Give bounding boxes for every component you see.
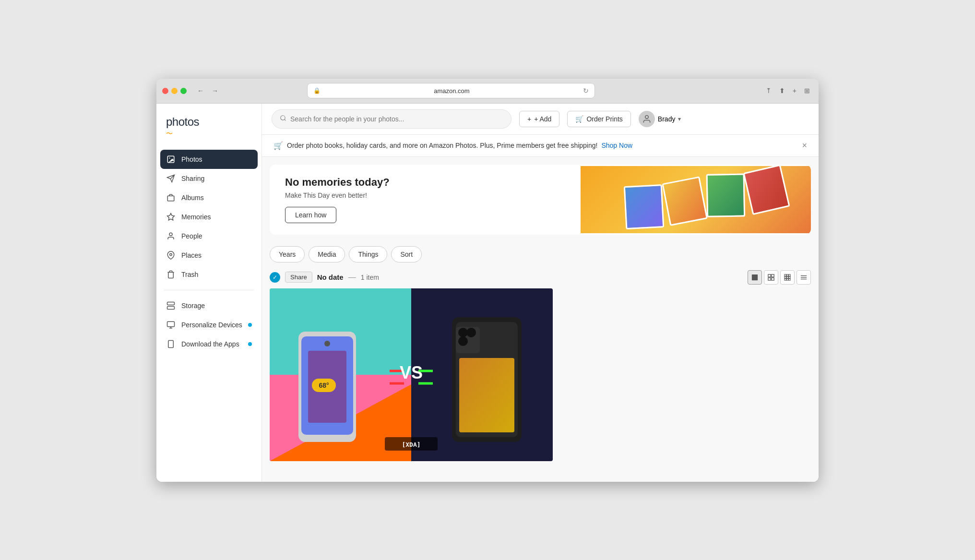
view-small-button[interactable]: [780, 270, 795, 285]
svg-point-1: [169, 157, 170, 158]
logo-arrow: 〜: [166, 130, 199, 138]
svg-rect-25: [785, 276, 786, 278]
film-strip: [622, 166, 788, 231]
sidebar-item-personalize[interactable]: Personalize Devices: [156, 315, 262, 334]
photo-section-header: ✓ Share No date — 1 item: [262, 266, 819, 288]
sidebar: photos 〜 Photos Sharing: [156, 104, 262, 482]
people-icon: [166, 231, 176, 241]
learn-how-button[interactable]: Learn how: [285, 207, 336, 223]
sidebar-item-photos-label: Photos: [181, 155, 202, 163]
svg-rect-30: [789, 278, 791, 280]
logo: photos 〜: [156, 111, 262, 150]
add-button[interactable]: + + Add: [519, 111, 559, 127]
svg-point-3: [169, 233, 172, 236]
storage-icon: [166, 301, 176, 310]
places-icon: [166, 250, 176, 260]
sidebar-item-download[interactable]: Download the Apps: [156, 334, 262, 354]
content-area: 🛒 Order photo books, holiday cards, and …: [262, 135, 819, 482]
url-display: amazon.com: [323, 87, 580, 95]
minimize-traffic-light[interactable]: [171, 88, 178, 94]
filter-years[interactable]: Years: [270, 246, 305, 262]
sidebar-item-sharing[interactable]: Sharing: [156, 169, 262, 188]
view-options: [748, 270, 811, 285]
film-photo-4: [743, 166, 790, 215]
film-photo-3: [706, 173, 746, 217]
promo-banner: 🛒 Order photo books, holiday cards, and …: [262, 135, 819, 157]
order-prints-button[interactable]: 🛒 Order Prints: [567, 111, 630, 127]
sidebar-item-people-label: People: [181, 232, 202, 240]
select-all-button[interactable]: ✓: [270, 272, 280, 283]
photo-item[interactable]: 68° VS: [270, 288, 553, 461]
view-list-button[interactable]: [797, 270, 811, 285]
sidebar-item-storage[interactable]: Storage: [156, 296, 262, 315]
sidebar-item-people[interactable]: People: [156, 226, 262, 246]
browser-right-controls: ⤒ ⬆ + ⊞: [763, 85, 813, 96]
lock-icon: 🔒: [313, 87, 321, 94]
sidebar-item-places[interactable]: Places: [156, 246, 262, 265]
search-bar[interactable]: [272, 109, 511, 129]
svg-rect-6: [167, 306, 175, 309]
film-photo-2: [662, 176, 708, 226]
back-button[interactable]: ←: [194, 85, 207, 96]
svg-text:VS: VS: [400, 363, 423, 382]
svg-point-55: [466, 328, 476, 337]
svg-point-40: [324, 341, 330, 346]
svg-rect-22: [785, 274, 786, 276]
sidebar-item-albums[interactable]: Albums: [156, 188, 262, 207]
memories-banner: No memories today? Make This Day even be…: [270, 165, 811, 235]
svg-rect-27: [789, 276, 791, 278]
maximize-traffic-light[interactable]: [180, 88, 187, 94]
forward-button[interactable]: →: [209, 85, 221, 96]
svg-point-4: [170, 253, 172, 256]
photo-image: 68° VS: [270, 288, 553, 461]
memories-icon: [166, 212, 176, 222]
trash-icon: [166, 270, 176, 279]
share-button[interactable]: Share: [285, 272, 312, 283]
bookmark-button[interactable]: ⤒: [763, 85, 774, 96]
view-large-button[interactable]: [748, 270, 762, 285]
svg-point-14: [281, 116, 285, 120]
extensions-button[interactable]: ⊞: [801, 85, 813, 96]
close-traffic-light[interactable]: [162, 88, 168, 94]
svg-point-16: [645, 115, 649, 119]
app-content: photos 〜 Photos Sharing: [156, 104, 819, 482]
app-header: + + Add 🛒 Order Prints Brady ▾: [262, 104, 819, 135]
svg-rect-23: [786, 274, 788, 276]
svg-rect-26: [786, 276, 788, 278]
promo-icon: 🛒: [273, 141, 283, 150]
svg-rect-28: [785, 278, 786, 280]
section-date: No date: [317, 273, 344, 281]
sidebar-item-sharing-label: Sharing: [181, 175, 204, 182]
sidebar-item-memories[interactable]: Memories: [156, 207, 262, 226]
search-input[interactable]: [290, 115, 503, 123]
traffic-lights: [162, 88, 187, 94]
svg-rect-29: [786, 278, 788, 280]
shop-now-link[interactable]: Shop Now: [601, 142, 632, 149]
search-icon: [280, 115, 286, 123]
film-photo-1: [624, 184, 665, 229]
sharing-icon: [166, 174, 176, 183]
new-tab-button[interactable]: +: [790, 85, 799, 96]
filter-media[interactable]: Media: [309, 246, 345, 262]
browser-titlebar: ← → 🔒 amazon.com ↻ ⤒ ⬆ + ⊞: [156, 79, 819, 104]
filter-things[interactable]: Things: [349, 246, 387, 262]
svg-rect-9: [167, 322, 175, 327]
refresh-icon[interactable]: ↻: [583, 87, 589, 95]
filter-sort[interactable]: Sort: [391, 246, 422, 262]
svg-text:[XDA]: [XDA]: [402, 441, 420, 448]
cart-icon: 🛒: [575, 115, 583, 123]
sidebar-item-photos[interactable]: Photos: [160, 150, 258, 169]
address-bar[interactable]: 🔒 amazon.com ↻: [307, 83, 595, 98]
user-menu[interactable]: Brady ▾: [639, 111, 681, 127]
sidebar-item-trash-label: Trash: [181, 271, 198, 278]
promo-close-button[interactable]: ×: [802, 141, 807, 151]
svg-text:68°: 68°: [319, 381, 329, 389]
view-medium-button[interactable]: [764, 270, 778, 285]
svg-line-15: [285, 119, 286, 121]
user-name: Brady: [658, 115, 676, 123]
download-apps-icon: [166, 339, 176, 349]
personalize-icon: [166, 320, 176, 330]
sidebar-item-trash[interactable]: Trash: [156, 265, 262, 284]
share-browser-button[interactable]: ⬆: [776, 85, 788, 96]
svg-point-56: [458, 336, 468, 346]
